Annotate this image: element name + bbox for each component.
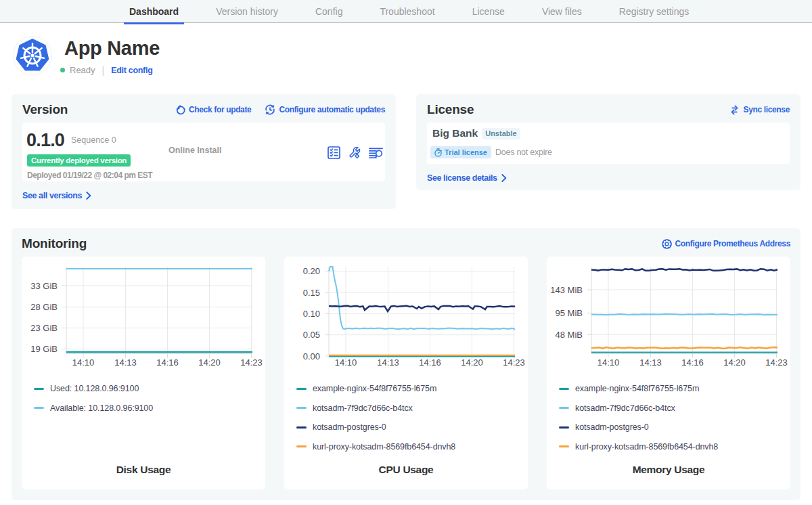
svg-text:14:10: 14:10 [72,357,95,368]
svg-text:28 GiB: 28 GiB [30,302,58,312]
svg-text:0.15: 0.15 [303,288,320,298]
svg-text:0.05: 0.05 [303,330,320,340]
svg-text:14:16: 14:16 [419,357,441,368]
svg-text:14:23: 14:23 [503,357,525,368]
svg-text:33 GiB: 33 GiB [30,281,58,291]
svg-text:143 MiB: 143 MiB [550,285,583,295]
svg-text:14:13: 14:13 [377,357,399,368]
svg-text:0.10: 0.10 [303,309,320,319]
svg-text:14:20: 14:20 [461,357,483,368]
svg-text:23 GiB: 23 GiB [30,323,58,333]
svg-text:14:16: 14:16 [156,357,179,368]
svg-text:14:13: 14:13 [114,357,137,368]
svg-text:14:20: 14:20 [723,357,746,368]
svg-text:14:10: 14:10 [597,357,620,368]
svg-text:19 GiB: 19 GiB [30,344,58,354]
svg-text:14:20: 14:20 [198,357,221,368]
svg-text:14:16: 14:16 [681,357,704,368]
svg-text:0.00: 0.00 [303,351,320,361]
svg-text:14:13: 14:13 [639,357,662,368]
svg-text:0.20: 0.20 [303,266,320,276]
svg-text:14:23: 14:23 [240,357,263,368]
svg-text:48 MiB: 48 MiB [556,330,583,340]
svg-text:14:23: 14:23 [765,357,788,368]
svg-text:14:10: 14:10 [335,357,357,368]
svg-text:95 MiB: 95 MiB [556,308,583,318]
